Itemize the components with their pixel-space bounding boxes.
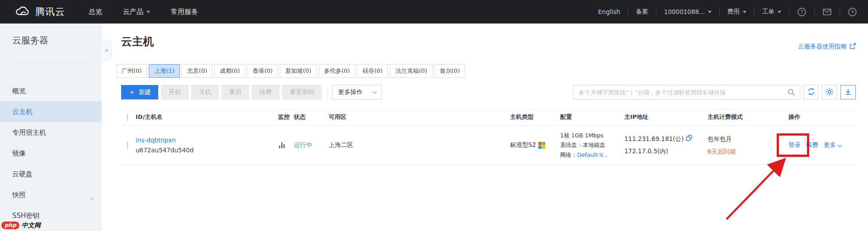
chevron-down-icon [90,193,94,201]
renew-link[interactable]: 续费 [806,141,818,149]
search-input[interactable] [573,85,800,99]
refresh-icon [807,87,816,97]
billing-cell: 包年包月 6天后到期 [708,132,788,158]
sidebar-item-cloud-disk[interactable]: 云硬盘 [0,164,102,184]
search-icon [787,88,796,99]
caret-down-icon [146,11,150,15]
php-cn-watermark: php 中文网 [1,221,41,230]
sidebar-item-instances[interactable]: 云主机 [0,101,102,122]
monitor-chart-icon[interactable] [279,142,294,148]
top-nav-right: English 备案 100001088... 费用 工单 ? [598,7,857,17]
select-all-checkbox[interactable] [127,113,128,121]
col-header-type: 主机类型 [510,113,560,121]
instance-name: u672au547du540d [136,145,278,155]
account-menu[interactable]: 100001088... [664,8,712,15]
tencent-cloud-logo[interactable]: 腾讯云 [14,5,65,19]
watermark-text: 中文网 [22,222,41,230]
sidebar-item-dedicated-host[interactable]: 专用宿主机 [0,122,102,143]
caret-down-icon [778,11,781,15]
billing-menu[interactable]: 费用 [727,8,746,16]
sidebar-item-images[interactable]: 镜像 [0,143,102,164]
more-link[interactable]: 更多 [824,141,841,149]
sidebar-divider [12,63,90,63]
region-tab-chengdu[interactable]: 成都(0) [214,64,245,78]
history-clock-icon[interactable] [848,7,857,17]
expire-warning: 6天后到期 [708,145,788,158]
config-network: 网络：Default-V... [560,150,624,160]
top-nav-menu: 总览 云产品 常用服务 [89,8,198,16]
private-ip: 172.17.0.5(内) [624,145,708,157]
collapse-left-icon: « [104,47,108,54]
instance-id-link[interactable]: ins-dqbtnpxn [136,135,278,145]
region-tab-shanghai[interactable]: 上海(1) [149,64,179,78]
col-header-operations: 操作 [788,113,856,121]
mail-icon[interactable] [822,7,832,17]
region-tab-singapore[interactable]: 新加坡(0) [280,64,316,78]
col-header-id: ID/主机名 [136,113,278,121]
region-tab-siliconvalley[interactable]: 硅谷(0) [357,64,388,78]
col-header-ip: 主IP地址 [624,113,708,121]
col-header-config: 配置 [560,113,624,121]
renew-button[interactable]: 续费 [252,85,279,99]
id-hostname-cell: ins-dqbtnpxn u672au547du540d [136,135,278,155]
gear-icon [826,88,834,97]
ticket-menu[interactable]: 工单 [762,8,781,16]
download-icon [845,89,851,96]
nav-divider [719,9,720,15]
brand-name: 腾讯云 [35,5,65,18]
copy-icon[interactable] [686,133,692,145]
nav-item-products[interactable]: 云产品 [123,8,150,16]
region-tab-toronto[interactable]: 多伦多(0) [319,64,355,78]
external-link-icon [849,43,856,51]
nav-item-common-services[interactable]: 常用服务 [171,8,198,16]
language-switch[interactable]: English [598,8,620,15]
status-badge: 运行中 [294,141,329,149]
caret-down-icon [708,11,712,15]
sidebar-item-overview[interactable]: 概览 [0,80,102,101]
nav-divider [754,9,755,15]
reset-password-button[interactable]: 重置密码 [282,85,322,99]
region-tab-frankfurt[interactable]: 法兰克福(0) [390,64,432,78]
nav-item-beian[interactable]: 备案 [636,8,648,16]
sidebar-item-snapshots[interactable]: 快照 [0,184,102,205]
power-off-button[interactable]: 关机 [191,85,219,99]
nav-divider [840,9,840,15]
config-cell: 1核 1GB 1Mbps 系统盘：本地磁盘 网络：Default-V... [560,131,624,160]
region-tab-seoul[interactable]: 首尔(0) [434,64,465,78]
guide-link[interactable]: 云服务器使用指南 [798,42,856,51]
restart-button[interactable]: 重启 [222,85,249,99]
col-header-status: 状态 [294,113,329,121]
chevron-down-icon [373,90,377,94]
toolbar-divider [327,87,327,97]
region-tabs: 广州(0) 上海(1) 北京(0) 成都(0) 香港(0) 新加坡(0) 多伦多… [116,64,465,78]
chevron-down-icon [838,142,842,147]
nav-item-overview[interactable]: 总览 [89,8,102,16]
more-actions-dropdown[interactable]: 更多操作 [332,85,382,99]
main-content: 云主机 云服务器使用指南 广州(0) 上海(1) 北京(0) 成都(0) 香港(… [102,24,868,231]
power-on-button[interactable]: 开机 [161,85,189,99]
windows-os-icon [538,142,545,149]
php-logo: php [1,221,20,230]
plus-icon: ＋ [128,89,136,96]
instance-table: ID/主机名 监控 状态 可用区 主机类型 配置 主IP地址 主机计费模式 操作… [121,108,856,165]
config-spec: 1核 1GB 1Mbps [560,131,624,141]
row-checkbox[interactable] [127,141,128,149]
svg-text:?: ? [800,9,803,15]
settings-button[interactable] [822,85,837,99]
operations-cell: 登录 续费 更多 [788,141,856,149]
region-tab-guangzhou[interactable]: 广州(0) [116,64,147,78]
network-link[interactable]: Default-V... [577,151,608,158]
login-link[interactable]: 登录 [788,141,801,149]
region-tab-hongkong[interactable]: 香港(0) [247,64,278,78]
public-ip: 111.231.69.181(公) [624,133,684,145]
download-button[interactable] [840,85,856,99]
config-disk: 系统盘：本地磁盘 [560,140,624,150]
create-instance-button[interactable]: ＋ 新建 [121,85,158,99]
toolbar: ＋ 新建 开机 关机 重启 续费 重置密码 更多操作 [121,85,856,99]
help-icon[interactable]: ? [797,7,807,17]
table-row: ins-dqbtnpxn u672au547du540d 运行中 上海二区 标准… [121,126,856,165]
region-tab-beijing[interactable]: 北京(0) [182,64,212,78]
refresh-button[interactable] [803,85,819,99]
sidebar-collapse-button[interactable]: « [102,40,112,61]
ip-cell: 111.231.69.181(公) 172.17.0.5(内) [624,133,708,157]
